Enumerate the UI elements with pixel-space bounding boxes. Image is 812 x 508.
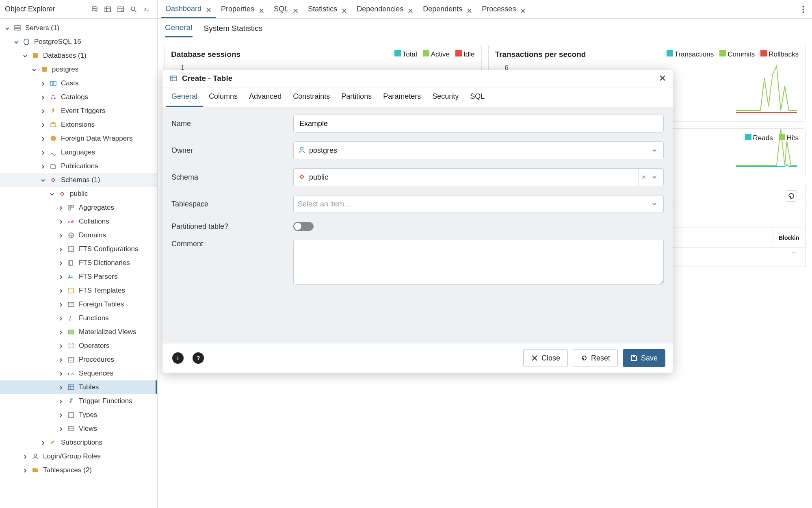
tree-item-fts-configurations[interactable]: FTS Configurations — [0, 242, 157, 256]
tree-item-domains[interactable]: Domains — [0, 228, 157, 242]
chevron-right-icon[interactable] — [58, 287, 65, 294]
chevron-down-icon[interactable] — [649, 195, 659, 213]
tree-item-trigger-functions[interactable]: Trigger Functions — [0, 394, 157, 408]
col-blocking[interactable]: Blockin — [773, 228, 805, 247]
tree-item-materialized-views[interactable]: Materialized Views — [0, 325, 157, 339]
tree-item-schemas[interactable]: Schemas (1) — [0, 173, 157, 187]
chevron-down-icon[interactable] — [14, 39, 20, 45]
chevron-right-icon[interactable] — [41, 149, 47, 156]
tree-item-fts-parsers[interactable]: Aa FTS Parsers — [0, 270, 157, 284]
dialog-tab-security[interactable]: Security — [427, 87, 464, 107]
tree-item-aggregates[interactable]: Aggregates — [0, 201, 157, 215]
tab-processes[interactable]: Processes ✕ — [477, 0, 531, 18]
chevron-right-icon[interactable] — [58, 204, 65, 211]
tree-item-tablespaces[interactable]: Tablespaces (2) — [0, 463, 157, 477]
chevron-right-icon[interactable] — [58, 398, 65, 404]
search-icon[interactable] — [128, 4, 139, 15]
chevron-down-icon[interactable] — [5, 25, 11, 31]
chevron-down-icon[interactable] — [50, 191, 56, 197]
dialog-tab-advanced[interactable]: Advanced — [243, 87, 287, 107]
tree-item-extensions[interactable]: Extensions — [0, 118, 157, 132]
chevron-right-icon[interactable] — [58, 343, 65, 349]
chevron-right-icon[interactable] — [41, 94, 47, 100]
chevron-right-icon[interactable] — [23, 467, 29, 473]
chevron-down-icon[interactable] — [41, 177, 47, 183]
tree-item-fts-dictionaries[interactable]: FTS Dictionaries — [0, 256, 157, 270]
tree-item-sequences[interactable]: 1..3 Sequences — [0, 367, 157, 380]
tree-item-catalogs[interactable]: Catalogs — [0, 90, 157, 104]
owner-select[interactable]: postgres — [293, 141, 664, 159]
tree-item-foreign-tables[interactable]: Foreign Tables — [0, 297, 157, 311]
refresh-button[interactable] — [786, 190, 797, 202]
chevron-right-icon[interactable] — [58, 370, 65, 377]
tree-item-languages[interactable]: Languages — [0, 145, 157, 159]
close-button[interactable]: Close — [523, 349, 568, 367]
chevron-right-icon[interactable] — [58, 412, 65, 418]
chevron-down-icon[interactable] — [649, 142, 659, 159]
object-tree[interactable]: Servers (1) PostgreSQL 16 Databases (1) … — [0, 19, 157, 508]
tree-item-event-triggers[interactable]: Event Triggers — [0, 104, 157, 118]
tree-item-public[interactable]: public — [0, 187, 157, 201]
close-icon[interactable]: ✕ — [206, 6, 211, 11]
tree-item-databases[interactable]: Databases (1) — [0, 49, 157, 63]
chevron-right-icon[interactable] — [41, 163, 47, 169]
tab-sql[interactable]: SQL ✕ — [269, 0, 303, 18]
chevron-right-icon[interactable] — [41, 135, 47, 142]
name-input[interactable] — [293, 115, 664, 132]
chevron-right-icon[interactable] — [58, 384, 65, 391]
subtab-general[interactable]: General — [165, 19, 193, 37]
dialog-close-icon[interactable] — [659, 74, 666, 83]
reset-button[interactable]: Reset — [573, 349, 618, 367]
close-icon[interactable]: ✕ — [407, 7, 413, 12]
tab-dependents[interactable]: Dependents ✕ — [418, 0, 477, 18]
chevron-right-icon[interactable] — [41, 439, 47, 446]
query-tool-icon[interactable] — [89, 4, 100, 15]
subtab-system-statistics[interactable]: System Statistics — [204, 20, 263, 37]
close-icon[interactable]: ✕ — [520, 7, 526, 12]
chevron-right-icon[interactable] — [58, 218, 65, 225]
partitioned-toggle[interactable] — [293, 222, 314, 231]
chevron-right-icon[interactable] — [41, 122, 47, 128]
tree-item-postgres-db[interactable]: postgres — [0, 63, 157, 76]
help-button[interactable]: ? — [190, 350, 206, 366]
tree-item-operators[interactable]: Operators — [0, 339, 157, 353]
tab-dependencies[interactable]: Dependencies ✕ — [352, 0, 418, 18]
view-data-icon[interactable] — [102, 4, 113, 15]
dialog-tab-general[interactable]: General — [166, 87, 203, 107]
dialog-tab-columns[interactable]: Columns — [203, 87, 243, 107]
chevron-right-icon[interactable] — [58, 426, 65, 432]
tree-item-fdw[interactable]: Foreign Data Wrappers — [0, 132, 157, 145]
dialog-tab-partitions[interactable]: Partitions — [336, 87, 377, 107]
close-icon[interactable]: ✕ — [292, 7, 298, 12]
tablespace-select[interactable]: Select an item... — [293, 195, 664, 213]
clear-icon[interactable]: ✕ — [638, 169, 649, 186]
tree-item-login-roles[interactable]: Login/Group Roles — [0, 449, 157, 463]
tree-item-views[interactable]: Views — [0, 422, 157, 436]
close-icon[interactable]: ✕ — [258, 7, 264, 12]
chevron-right-icon[interactable] — [23, 453, 29, 460]
tree-item-publications[interactable]: Publications — [0, 159, 157, 173]
close-icon[interactable]: ✕ — [341, 7, 347, 12]
chevron-right-icon[interactable] — [58, 301, 65, 308]
tab-properties[interactable]: Properties ✕ — [216, 0, 269, 18]
tab-dashboard[interactable]: Dashboard ✕ — [161, 0, 216, 18]
chevron-right-icon[interactable] — [58, 274, 65, 280]
tree-item-collations[interactable]: AB Collations — [0, 215, 157, 228]
tree-item-tables[interactable]: Tables — [0, 380, 157, 394]
comment-textarea[interactable] — [293, 240, 664, 284]
tree-item-types[interactable]: Types — [0, 408, 157, 422]
psql-terminal-icon[interactable] — [141, 4, 152, 15]
dialog-tab-constraints[interactable]: Constraints — [287, 87, 336, 107]
save-button[interactable]: Save — [623, 349, 665, 367]
chevron-right-icon[interactable] — [58, 232, 65, 239]
dialog-tab-sql[interactable]: SQL — [464, 87, 490, 107]
tree-item-fts-templates[interactable]: FTS Templates — [0, 284, 157, 297]
chevron-down-icon[interactable] — [23, 52, 29, 59]
chevron-right-icon[interactable] — [58, 356, 65, 363]
chevron-right-icon[interactable] — [58, 260, 65, 266]
chevron-right-icon[interactable] — [58, 315, 65, 321]
tab-statistics[interactable]: Statistics ✕ — [303, 0, 352, 18]
dialog-tab-parameters[interactable]: Parameters — [377, 87, 427, 107]
chevron-down-icon[interactable] — [649, 169, 659, 186]
chevron-right-icon[interactable] — [41, 108, 47, 114]
